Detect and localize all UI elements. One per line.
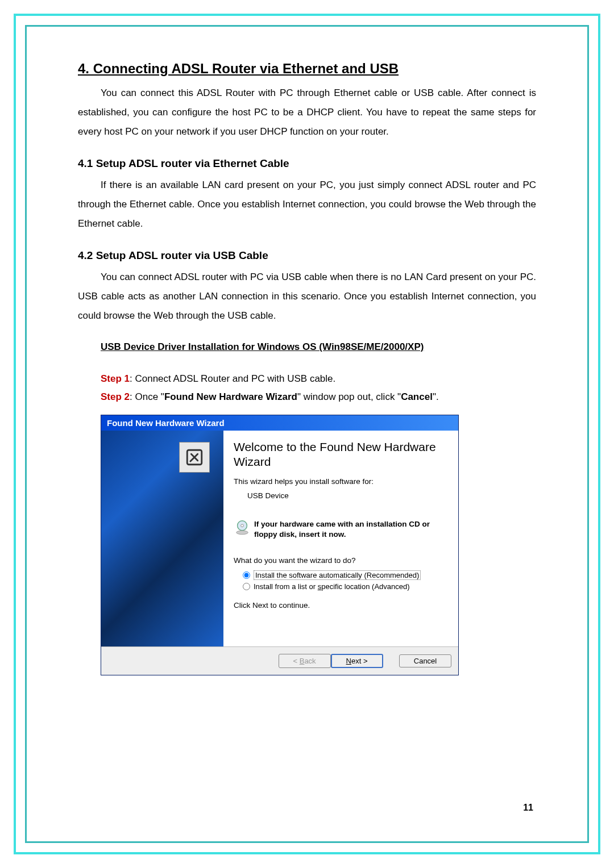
wizard-option-auto-label: Install the software automatically (Reco… [254,570,421,580]
step2-bold1: Found New Hardware Wizard [164,391,297,402]
wizard-what-text: What do you want the wizard to do? [234,556,448,565]
step2-post: ". [433,391,439,402]
back-button: < Back [279,654,331,668]
wizard-body: Welcome to the Found New Hardware Wizard… [101,431,458,646]
radio-advanced[interactable] [243,583,250,590]
usb-driver-heading: USB Device Driver Installation for Windo… [101,341,536,353]
wizard-content: Welcome to the Found New Hardware Wizard… [223,431,458,646]
step2-mid: " window pop out, click " [297,391,401,402]
subheading-42: 4.2 Setup ADSL router via USB Cable [78,249,536,262]
next-button[interactable]: Next > [331,654,383,668]
wizard-welcome: Welcome to the Found New Hardware Wizard [234,440,448,470]
wizard-side-art [101,431,223,646]
page-content: 4. Connecting ADSL Router via Ethernet a… [25,25,589,843]
wizard-option-advanced-label: Install from a list or specific location… [254,582,410,591]
subheading-41: 4.1 Setup ADSL router via Ethernet Cable [78,157,536,170]
wizard-helps-text: This wizard helps you install software f… [234,477,448,486]
paragraph-42: You can connect ADSL router with PC via … [78,268,536,326]
wizard-cd-text: If your hardware came with an installati… [254,519,448,539]
svg-point-3 [237,531,248,535]
cd-icon [234,519,254,538]
wizard-cd-hint: If your hardware came with an installati… [234,519,448,539]
wizard-footer: < Back Next > Cancel [101,646,458,675]
wizard-device-name: USB Device [247,491,448,500]
radio-auto[interactable] [243,571,250,579]
section-intro: You can connect this ADSL Router with PC… [78,84,536,141]
steps-block: Step 1: Connect ADSL Router and PC with … [101,370,536,407]
wizard-option-auto[interactable]: Install the software automatically (Reco… [243,570,448,580]
page-number: 11 [523,803,533,813]
wizard-clicknext: Click Next to continue. [234,601,448,610]
section-title: 4. Connecting ADSL Router via Ethernet a… [78,61,536,77]
step2-pre: : Once " [130,391,164,402]
wizard-option-advanced[interactable]: Install from a list or specific location… [243,582,448,591]
step-2: Step 2: Once "Found New Hardware Wizard"… [101,388,536,406]
hardware-icon [179,442,210,473]
step-1: Step 1: Connect ADSL Router and PC with … [101,370,536,388]
paragraph-41: If there is an available LAN card presen… [78,176,536,233]
found-new-hardware-wizard: Found New Hardware Wizard Welcome to the… [101,415,459,675]
step1-label: Step 1 [101,373,130,384]
step2-label: Step 2 [101,391,130,402]
step1-text: : Connect ADSL Router and PC with USB ca… [130,373,335,384]
wizard-titlebar: Found New Hardware Wizard [101,415,458,431]
step2-bold2: Cancel [401,391,433,402]
svg-point-2 [241,524,244,527]
cancel-button[interactable]: Cancel [399,654,451,667]
